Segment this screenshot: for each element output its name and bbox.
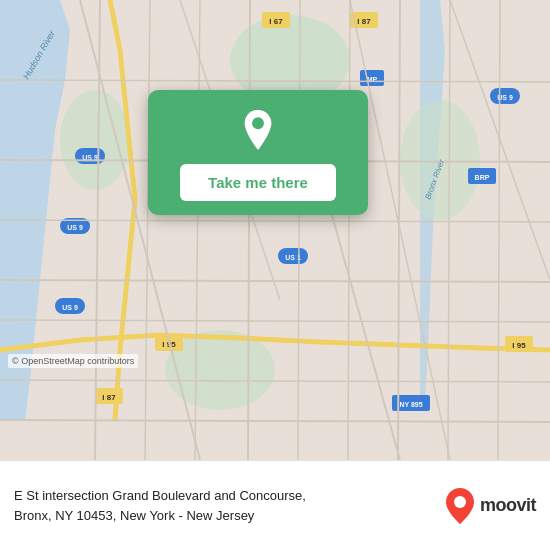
svg-text:BRP: BRP bbox=[475, 174, 490, 181]
svg-text:US 9: US 9 bbox=[67, 224, 83, 231]
moovit-logo: moovit bbox=[444, 487, 536, 525]
location-card: Take me there bbox=[148, 90, 368, 215]
address-container: E St intersection Grand Boulevard and Co… bbox=[14, 486, 434, 525]
map-container: I 87 I 95 I 95 I 67 I 87 US 9 US 9 US 9 … bbox=[0, 0, 550, 460]
address-line-1: E St intersection Grand Boulevard and Co… bbox=[14, 486, 434, 506]
moovit-brand-name: moovit bbox=[480, 495, 536, 516]
copyright-notice: © OpenStreetMap contributors bbox=[8, 354, 138, 368]
svg-point-2 bbox=[60, 90, 130, 190]
svg-text:I 95: I 95 bbox=[512, 341, 526, 350]
svg-text:US 9: US 9 bbox=[62, 304, 78, 311]
svg-point-34 bbox=[454, 496, 466, 508]
svg-text:I 87: I 87 bbox=[357, 17, 371, 26]
address-line-2: Bronx, NY 10453, New York - New Jersey bbox=[14, 506, 434, 526]
svg-text:I 67: I 67 bbox=[269, 17, 283, 26]
moovit-pin-icon bbox=[444, 487, 476, 525]
info-bar: E St intersection Grand Boulevard and Co… bbox=[0, 460, 550, 550]
take-me-there-button[interactable]: Take me there bbox=[180, 164, 336, 201]
svg-point-33 bbox=[252, 117, 264, 129]
location-pin-icon bbox=[236, 108, 280, 152]
map-background: I 87 I 95 I 95 I 67 I 87 US 9 US 9 US 9 … bbox=[0, 0, 550, 460]
svg-text:NY 895: NY 895 bbox=[399, 401, 422, 408]
svg-text:I 87: I 87 bbox=[102, 393, 116, 402]
